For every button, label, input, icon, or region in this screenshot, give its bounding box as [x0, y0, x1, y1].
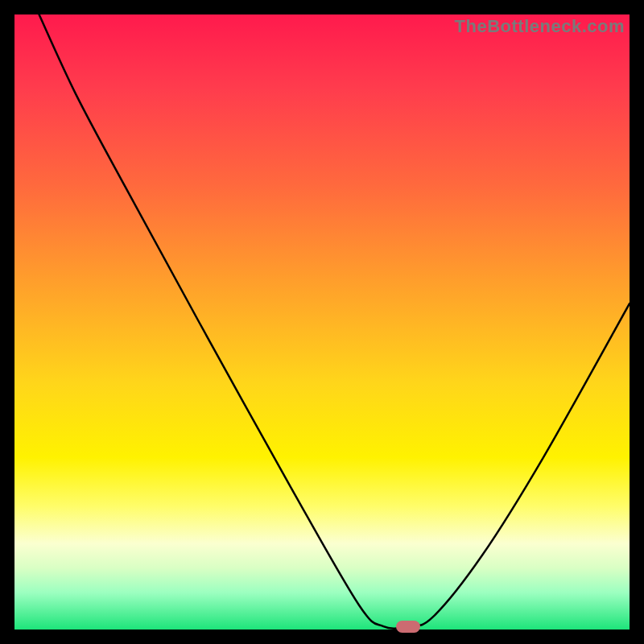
optimal-point-marker: [396, 621, 421, 633]
bottleneck-curve: [14, 14, 630, 630]
plot-area: TheBottleneck.com: [14, 14, 630, 630]
chart-frame: TheBottleneck.com: [0, 0, 644, 644]
